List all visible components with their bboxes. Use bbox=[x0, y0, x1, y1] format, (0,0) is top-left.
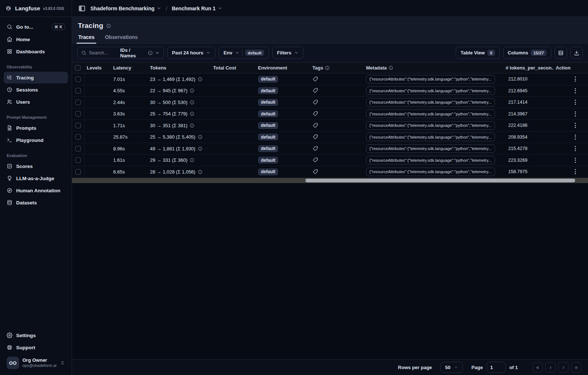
info-icon[interactable] bbox=[190, 158, 194, 162]
search-input[interactable] bbox=[89, 50, 118, 56]
metadata-json[interactable]: {"resourceAttributes":{"telemetry.sdk.la… bbox=[366, 75, 495, 83]
row-actions-menu[interactable] bbox=[553, 158, 588, 163]
column-header-latency[interactable]: Latency bbox=[111, 65, 148, 71]
info-icon[interactable] bbox=[198, 169, 202, 174]
row-height-button[interactable] bbox=[555, 47, 567, 59]
row-checkbox[interactable] bbox=[75, 76, 81, 82]
row-checkbox[interactable] bbox=[75, 157, 81, 163]
tag-icon[interactable] bbox=[312, 100, 318, 105]
sidebar-item-settings[interactable]: Settings bbox=[4, 329, 68, 341]
table-view-button[interactable]: Table View 0 bbox=[456, 47, 499, 59]
row-checkbox[interactable] bbox=[75, 134, 81, 140]
search-mode-dropdown[interactable]: IDs / Names bbox=[120, 47, 160, 58]
column-header-total-cost[interactable]: Total Cost bbox=[211, 65, 255, 71]
metadata-json[interactable]: {"resourceAttributes":{"telemetry.sdk.la… bbox=[366, 168, 495, 176]
filters-button[interactable]: Filters bbox=[272, 47, 304, 59]
sidebar-item-llm-as-a-judge[interactable]: LLM-as-a-Judge bbox=[4, 172, 68, 184]
env-filter-button[interactable]: Env default bbox=[219, 47, 269, 59]
page-number-input[interactable] bbox=[487, 362, 506, 373]
tag-icon[interactable] bbox=[312, 134, 318, 140]
info-icon[interactable] bbox=[190, 88, 194, 93]
row-actions-menu[interactable] bbox=[553, 111, 588, 117]
rows-per-page-select[interactable]: 50 bbox=[441, 362, 462, 373]
sidebar-item-sessions[interactable]: Sessions bbox=[4, 84, 68, 96]
row-checkbox[interactable] bbox=[75, 100, 81, 105]
sidebar-item-tracing[interactable]: Tracing bbox=[4, 72, 68, 83]
sidebar-item-home[interactable]: Home bbox=[4, 33, 68, 45]
row-actions-menu[interactable] bbox=[553, 169, 588, 174]
tag-icon[interactable] bbox=[312, 88, 318, 93]
table-row[interactable]: 2.44s 30 → 500 (Σ 530) default {"resourc… bbox=[72, 97, 588, 108]
table-row[interactable]: 25.87s 25 → 5,380 (Σ 5,405) default {"re… bbox=[72, 132, 588, 143]
row-checkbox[interactable] bbox=[75, 169, 81, 175]
table-row[interactable]: 1.61s 29 → 331 (Σ 360) default {"resourc… bbox=[72, 155, 588, 167]
row-actions-menu[interactable] bbox=[553, 100, 588, 105]
metadata-json[interactable]: {"resourceAttributes":{"telemetry.sdk.la… bbox=[366, 144, 495, 153]
column-header-tags[interactable]: Tags bbox=[309, 65, 364, 71]
tag-icon[interactable] bbox=[312, 111, 318, 117]
sidebar-item-datasets[interactable]: Datasets bbox=[4, 197, 68, 208]
search-box[interactable]: IDs / Names bbox=[77, 47, 164, 59]
tag-icon[interactable] bbox=[312, 146, 318, 151]
row-checkbox[interactable] bbox=[75, 88, 81, 93]
sidebar-toggle-button[interactable] bbox=[77, 4, 87, 13]
table-row[interactable]: 8.96s 49 → 1,881 (Σ 1,930) default {"res… bbox=[72, 143, 588, 155]
goto-search[interactable]: Go to... ⌘ K bbox=[4, 21, 68, 33]
column-header-levels[interactable]: Levels bbox=[85, 65, 111, 71]
table-row[interactable]: 3.63s 25 → 754 (Σ 779) default {"resourc… bbox=[72, 108, 588, 120]
table-row[interactable]: 1.71s 30 → 351 (Σ 381) default {"resourc… bbox=[72, 120, 588, 132]
sidebar-item-prompts[interactable]: Prompts bbox=[4, 122, 68, 134]
row-actions-menu[interactable] bbox=[553, 146, 588, 151]
time-range-button[interactable]: Past 24 hours bbox=[167, 47, 215, 59]
select-all-checkbox[interactable] bbox=[75, 65, 80, 71]
row-actions-menu[interactable] bbox=[553, 76, 588, 82]
next-page-button[interactable]: › bbox=[558, 362, 569, 372]
row-actions-menu[interactable] bbox=[553, 88, 588, 93]
table-row[interactable]: 6.65s 28 → 1,028 (Σ 1,056) default {"res… bbox=[72, 166, 588, 178]
column-header-environment[interactable]: Environment bbox=[255, 65, 309, 71]
sidebar-item-playground[interactable]: Playground bbox=[4, 134, 68, 146]
table-row[interactable]: 4.55s 22 → 945 (Σ 967) default {"resourc… bbox=[72, 85, 588, 97]
breadcrumb-org[interactable]: Shadeform Benchmarking bbox=[90, 6, 161, 11]
column-header-metadata[interactable]: Metadata bbox=[364, 65, 503, 71]
sidebar-item-users[interactable]: Users bbox=[4, 96, 68, 108]
metadata-json[interactable]: {"resourceAttributes":{"telemetry.sdk.la… bbox=[366, 86, 495, 95]
row-actions-menu[interactable] bbox=[553, 135, 588, 140]
previous-page-button[interactable]: ‹ bbox=[545, 362, 556, 372]
tag-icon[interactable] bbox=[312, 157, 318, 163]
tab-observations[interactable]: Observations bbox=[104, 34, 138, 43]
info-icon[interactable] bbox=[106, 24, 111, 28]
export-button[interactable] bbox=[570, 47, 583, 59]
info-icon[interactable] bbox=[198, 146, 202, 151]
last-page-button[interactable]: » bbox=[571, 362, 581, 372]
row-checkbox[interactable] bbox=[75, 146, 81, 151]
row-checkbox[interactable] bbox=[75, 111, 81, 117]
scrollbar-thumb[interactable] bbox=[305, 179, 575, 182]
sidebar-item-dashboards[interactable]: Dashboards bbox=[4, 46, 68, 57]
metadata-json[interactable]: {"resourceAttributes":{"telemetry.sdk.la… bbox=[366, 156, 495, 164]
breadcrumb-project[interactable]: Benchmark Run 1 bbox=[172, 6, 222, 11]
horizontal-scrollbar[interactable] bbox=[72, 178, 588, 183]
sidebar-item-scores[interactable]: Scores bbox=[4, 160, 68, 172]
info-icon[interactable] bbox=[198, 77, 202, 82]
column-header-tokens-per-second[interactable]: # tokens_per_secon... bbox=[503, 65, 553, 71]
metadata-json[interactable]: {"resourceAttributes":{"telemetry.sdk.la… bbox=[366, 121, 495, 130]
tag-icon[interactable] bbox=[312, 76, 318, 82]
column-header-tokens[interactable]: Tokens bbox=[148, 65, 211, 71]
row-actions-menu[interactable] bbox=[553, 123, 588, 128]
metadata-json[interactable]: {"resourceAttributes":{"telemetry.sdk.la… bbox=[366, 98, 495, 107]
sidebar-item-support[interactable]: Support bbox=[4, 342, 68, 353]
first-page-button[interactable]: « bbox=[533, 362, 543, 372]
metadata-json[interactable]: {"resourceAttributes":{"telemetry.sdk.la… bbox=[366, 110, 495, 118]
metadata-json[interactable]: {"resourceAttributes":{"telemetry.sdk.la… bbox=[366, 133, 495, 141]
info-icon[interactable] bbox=[190, 123, 194, 128]
tag-icon[interactable] bbox=[312, 169, 318, 175]
row-checkbox[interactable] bbox=[75, 123, 81, 128]
tab-traces[interactable]: Traces bbox=[78, 34, 95, 43]
table-row[interactable]: 7.01s 23 → 1,469 (Σ 1,492) default {"res… bbox=[72, 74, 588, 85]
info-icon[interactable] bbox=[190, 111, 194, 116]
info-icon[interactable] bbox=[198, 135, 202, 139]
info-icon[interactable] bbox=[190, 100, 194, 105]
tag-icon[interactable] bbox=[312, 123, 318, 128]
columns-button[interactable]: Columns 15/27 bbox=[503, 47, 551, 59]
